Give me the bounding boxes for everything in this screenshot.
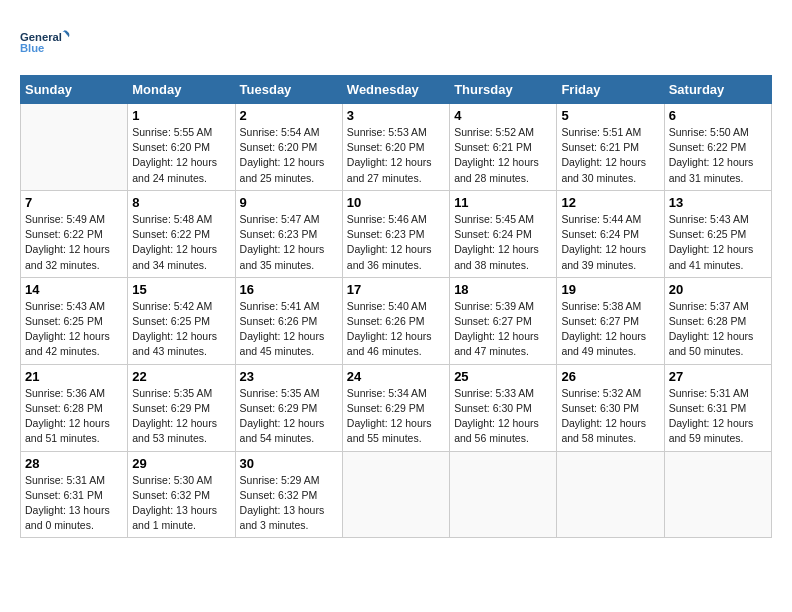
calendar-cell: [557, 451, 664, 538]
cell-info: Sunrise: 5:42 AM Sunset: 6:25 PM Dayligh…: [132, 299, 230, 360]
day-number: 20: [669, 282, 767, 297]
svg-text:General: General: [20, 31, 62, 43]
day-number: 10: [347, 195, 445, 210]
day-number: 11: [454, 195, 552, 210]
calendar-cell: 19Sunrise: 5:38 AM Sunset: 6:27 PM Dayli…: [557, 277, 664, 364]
calendar-cell: 24Sunrise: 5:34 AM Sunset: 6:29 PM Dayli…: [342, 364, 449, 451]
cell-info: Sunrise: 5:36 AM Sunset: 6:28 PM Dayligh…: [25, 386, 123, 447]
calendar-cell: 8Sunrise: 5:48 AM Sunset: 6:22 PM Daylig…: [128, 190, 235, 277]
cell-info: Sunrise: 5:53 AM Sunset: 6:20 PM Dayligh…: [347, 125, 445, 186]
svg-text:Blue: Blue: [20, 42, 44, 54]
cell-info: Sunrise: 5:44 AM Sunset: 6:24 PM Dayligh…: [561, 212, 659, 273]
calendar-cell: 1Sunrise: 5:55 AM Sunset: 6:20 PM Daylig…: [128, 104, 235, 191]
cell-info: Sunrise: 5:48 AM Sunset: 6:22 PM Dayligh…: [132, 212, 230, 273]
calendar-cell: 2Sunrise: 5:54 AM Sunset: 6:20 PM Daylig…: [235, 104, 342, 191]
day-number: 8: [132, 195, 230, 210]
calendar-cell: 4Sunrise: 5:52 AM Sunset: 6:21 PM Daylig…: [450, 104, 557, 191]
calendar-cell: 16Sunrise: 5:41 AM Sunset: 6:26 PM Dayli…: [235, 277, 342, 364]
day-number: 18: [454, 282, 552, 297]
day-number: 27: [669, 369, 767, 384]
day-number: 26: [561, 369, 659, 384]
calendar-cell: [450, 451, 557, 538]
cell-info: Sunrise: 5:30 AM Sunset: 6:32 PM Dayligh…: [132, 473, 230, 534]
day-number: 1: [132, 108, 230, 123]
day-number: 25: [454, 369, 552, 384]
day-header-friday: Friday: [557, 76, 664, 104]
calendar-cell: 14Sunrise: 5:43 AM Sunset: 6:25 PM Dayli…: [21, 277, 128, 364]
calendar-cell: 15Sunrise: 5:42 AM Sunset: 6:25 PM Dayli…: [128, 277, 235, 364]
day-header-saturday: Saturday: [664, 76, 771, 104]
calendar-cell: 9Sunrise: 5:47 AM Sunset: 6:23 PM Daylig…: [235, 190, 342, 277]
calendar-table: SundayMondayTuesdayWednesdayThursdayFrid…: [20, 75, 772, 538]
day-number: 9: [240, 195, 338, 210]
cell-info: Sunrise: 5:50 AM Sunset: 6:22 PM Dayligh…: [669, 125, 767, 186]
calendar-cell: 17Sunrise: 5:40 AM Sunset: 6:26 PM Dayli…: [342, 277, 449, 364]
cell-info: Sunrise: 5:35 AM Sunset: 6:29 PM Dayligh…: [240, 386, 338, 447]
cell-info: Sunrise: 5:52 AM Sunset: 6:21 PM Dayligh…: [454, 125, 552, 186]
calendar-cell: 22Sunrise: 5:35 AM Sunset: 6:29 PM Dayli…: [128, 364, 235, 451]
cell-info: Sunrise: 5:29 AM Sunset: 6:32 PM Dayligh…: [240, 473, 338, 534]
calendar-cell: 11Sunrise: 5:45 AM Sunset: 6:24 PM Dayli…: [450, 190, 557, 277]
cell-info: Sunrise: 5:39 AM Sunset: 6:27 PM Dayligh…: [454, 299, 552, 360]
day-number: 30: [240, 456, 338, 471]
day-number: 12: [561, 195, 659, 210]
cell-info: Sunrise: 5:46 AM Sunset: 6:23 PM Dayligh…: [347, 212, 445, 273]
day-header-tuesday: Tuesday: [235, 76, 342, 104]
day-number: 15: [132, 282, 230, 297]
cell-info: Sunrise: 5:37 AM Sunset: 6:28 PM Dayligh…: [669, 299, 767, 360]
calendar-cell: 23Sunrise: 5:35 AM Sunset: 6:29 PM Dayli…: [235, 364, 342, 451]
calendar-cell: [21, 104, 128, 191]
calendar-cell: 5Sunrise: 5:51 AM Sunset: 6:21 PM Daylig…: [557, 104, 664, 191]
calendar-cell: 28Sunrise: 5:31 AM Sunset: 6:31 PM Dayli…: [21, 451, 128, 538]
calendar-cell: 26Sunrise: 5:32 AM Sunset: 6:30 PM Dayli…: [557, 364, 664, 451]
week-row-3: 14Sunrise: 5:43 AM Sunset: 6:25 PM Dayli…: [21, 277, 772, 364]
day-number: 2: [240, 108, 338, 123]
calendar-cell: [664, 451, 771, 538]
day-number: 19: [561, 282, 659, 297]
cell-info: Sunrise: 5:47 AM Sunset: 6:23 PM Dayligh…: [240, 212, 338, 273]
logo: General Blue: [20, 20, 70, 65]
day-number: 22: [132, 369, 230, 384]
day-number: 17: [347, 282, 445, 297]
cell-info: Sunrise: 5:32 AM Sunset: 6:30 PM Dayligh…: [561, 386, 659, 447]
page-header: General Blue: [20, 20, 772, 65]
day-number: 16: [240, 282, 338, 297]
cell-info: Sunrise: 5:43 AM Sunset: 6:25 PM Dayligh…: [669, 212, 767, 273]
calendar-cell: 7Sunrise: 5:49 AM Sunset: 6:22 PM Daylig…: [21, 190, 128, 277]
week-row-1: 1Sunrise: 5:55 AM Sunset: 6:20 PM Daylig…: [21, 104, 772, 191]
cell-info: Sunrise: 5:40 AM Sunset: 6:26 PM Dayligh…: [347, 299, 445, 360]
calendar-cell: 10Sunrise: 5:46 AM Sunset: 6:23 PM Dayli…: [342, 190, 449, 277]
week-row-5: 28Sunrise: 5:31 AM Sunset: 6:31 PM Dayli…: [21, 451, 772, 538]
calendar-header: SundayMondayTuesdayWednesdayThursdayFrid…: [21, 76, 772, 104]
calendar-cell: 21Sunrise: 5:36 AM Sunset: 6:28 PM Dayli…: [21, 364, 128, 451]
day-number: 3: [347, 108, 445, 123]
calendar-cell: 25Sunrise: 5:33 AM Sunset: 6:30 PM Dayli…: [450, 364, 557, 451]
day-header-monday: Monday: [128, 76, 235, 104]
cell-info: Sunrise: 5:41 AM Sunset: 6:26 PM Dayligh…: [240, 299, 338, 360]
calendar-cell: 3Sunrise: 5:53 AM Sunset: 6:20 PM Daylig…: [342, 104, 449, 191]
cell-info: Sunrise: 5:33 AM Sunset: 6:30 PM Dayligh…: [454, 386, 552, 447]
day-number: 23: [240, 369, 338, 384]
calendar-cell: 18Sunrise: 5:39 AM Sunset: 6:27 PM Dayli…: [450, 277, 557, 364]
logo-svg: General Blue: [20, 20, 70, 65]
calendar-cell: 30Sunrise: 5:29 AM Sunset: 6:32 PM Dayli…: [235, 451, 342, 538]
cell-info: Sunrise: 5:45 AM Sunset: 6:24 PM Dayligh…: [454, 212, 552, 273]
day-number: 24: [347, 369, 445, 384]
week-row-4: 21Sunrise: 5:36 AM Sunset: 6:28 PM Dayli…: [21, 364, 772, 451]
cell-info: Sunrise: 5:49 AM Sunset: 6:22 PM Dayligh…: [25, 212, 123, 273]
cell-info: Sunrise: 5:51 AM Sunset: 6:21 PM Dayligh…: [561, 125, 659, 186]
cell-info: Sunrise: 5:43 AM Sunset: 6:25 PM Dayligh…: [25, 299, 123, 360]
cell-info: Sunrise: 5:31 AM Sunset: 6:31 PM Dayligh…: [25, 473, 123, 534]
day-number: 7: [25, 195, 123, 210]
cell-info: Sunrise: 5:31 AM Sunset: 6:31 PM Dayligh…: [669, 386, 767, 447]
day-number: 6: [669, 108, 767, 123]
calendar-cell: [342, 451, 449, 538]
calendar-cell: 6Sunrise: 5:50 AM Sunset: 6:22 PM Daylig…: [664, 104, 771, 191]
calendar-cell: 27Sunrise: 5:31 AM Sunset: 6:31 PM Dayli…: [664, 364, 771, 451]
day-header-thursday: Thursday: [450, 76, 557, 104]
day-number: 28: [25, 456, 123, 471]
cell-info: Sunrise: 5:35 AM Sunset: 6:29 PM Dayligh…: [132, 386, 230, 447]
day-number: 4: [454, 108, 552, 123]
day-number: 5: [561, 108, 659, 123]
calendar-cell: 13Sunrise: 5:43 AM Sunset: 6:25 PM Dayli…: [664, 190, 771, 277]
